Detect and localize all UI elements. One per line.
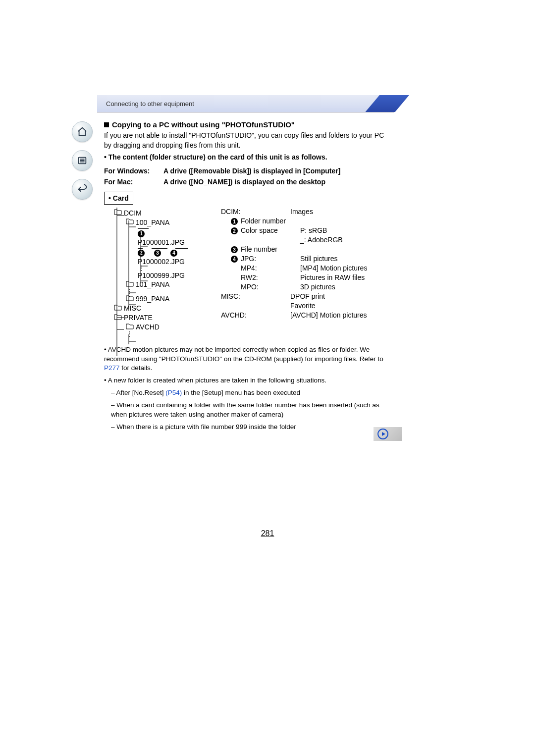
- arrow-right-icon: [377, 429, 388, 439]
- section-title: Copying to a PC without using "PHOTOfunS…: [104, 120, 392, 129]
- callout-4-icon: 4: [170, 250, 177, 257]
- def-row: RW2:Pictures in RAW files: [221, 273, 392, 281]
- callout-2-icon: 2: [231, 227, 238, 234]
- folder-icon: [126, 218, 134, 226]
- folder-tree: DCIM 100_PANA 1 P1000001.JPG 2 3 4 P1000…: [104, 208, 218, 336]
- def-value: P: sRGB: [300, 226, 392, 234]
- folder-diagram: DCIM 100_PANA 1 P1000001.JPG 2 3 4 P1000…: [104, 208, 392, 336]
- tree-101pana: 101_PANA: [126, 280, 218, 289]
- def-label-text: Color space: [241, 226, 278, 234]
- note-2: • A new folder is created when pictures …: [104, 376, 392, 385]
- def-label-text: AVCHD:: [221, 311, 247, 319]
- callout-4-icon: 4: [231, 256, 238, 263]
- def-row: DCIM:Images: [221, 208, 392, 216]
- def-label-text: DCIM:: [221, 208, 241, 216]
- structure-note-text: The content (folder structure) on the ca…: [108, 153, 327, 161]
- def-row: MP4:[MP4] Motion pictures: [221, 264, 392, 272]
- def-label-text: MPO:: [241, 283, 259, 291]
- def-value: [AVCHD] Motion pictures: [290, 311, 392, 319]
- def-label-text: JPG:: [241, 255, 256, 263]
- breadcrumb: Connecting to other equipment: [97, 95, 394, 112]
- callout-3-icon: 3: [231, 246, 238, 253]
- card-label: Card: [113, 194, 129, 202]
- def-value: [300, 245, 392, 253]
- def-label-text: Folder number: [241, 217, 286, 225]
- structure-note: • The content (folder structure) on the …: [104, 153, 392, 161]
- def-row: _: AdobeRGB: [221, 236, 392, 244]
- def-value: Pictures in RAW files: [300, 273, 392, 281]
- tree-file2: P1000002.JPG: [138, 258, 218, 266]
- callout-3-icon: 3: [154, 250, 161, 257]
- callout-2-icon: 2: [138, 250, 145, 257]
- note-2c: – When there is a picture with file numb…: [111, 423, 392, 432]
- def-row: 2Color spaceP: sRGB: [221, 226, 392, 234]
- tree-dcim: DCIM: [114, 209, 218, 217]
- def-row: 1Folder number: [221, 217, 392, 225]
- windows-row: For Windows: A drive ([Removable Disk]) …: [104, 167, 392, 175]
- def-row: MISC:DPOF print: [221, 292, 392, 300]
- tree-private: PRIVATE: [114, 314, 218, 322]
- intro-text: If you are not able to install "PHOTOfun…: [104, 131, 392, 150]
- def-row: MPO:3D pictures: [221, 283, 392, 291]
- link-p54[interactable]: (P54): [165, 389, 182, 396]
- tree-avchd: AVCHD: [126, 323, 218, 331]
- page-number: 281: [0, 529, 535, 538]
- notes: • AVCHD motion pictures may not be impor…: [104, 345, 392, 432]
- def-row: 3File number: [221, 245, 392, 253]
- def-value: Still pictures: [300, 255, 392, 263]
- home-icon[interactable]: [72, 121, 93, 142]
- section-title-text: Copying to a PC without using "PHOTOfunS…: [112, 120, 295, 129]
- list-icon[interactable]: [72, 150, 93, 171]
- folder-icon: [126, 295, 134, 303]
- def-value: DPOF print: [290, 292, 392, 300]
- link-p277[interactable]: P277: [104, 364, 120, 372]
- callout-1-icon: 1: [231, 218, 238, 225]
- tree-100pana: 100_PANA: [126, 218, 218, 226]
- tree-file1: P1000001.JPG: [138, 238, 218, 246]
- next-page-button[interactable]: [374, 427, 402, 441]
- mac-row: For Mac: A drive ([NO_NAME]) is displaye…: [104, 178, 392, 186]
- def-value: _: AdobeRGB: [300, 236, 392, 244]
- folder-icon: [114, 304, 122, 313]
- def-row: 4JPG:Still pictures: [221, 255, 392, 263]
- def-value: [MP4] Motion pictures: [300, 264, 392, 272]
- folder-icon: [114, 209, 122, 217]
- def-label-text: RW2:: [241, 273, 258, 281]
- tree-file999: P1000999.JPG: [138, 271, 218, 279]
- def-value: [300, 217, 392, 225]
- def-label-text: MP4:: [241, 264, 257, 272]
- def-value: Images: [290, 208, 392, 216]
- mac-desc: A drive ([NO_NAME]) is displayed on the …: [163, 178, 392, 186]
- folder-icon: [114, 314, 122, 322]
- back-icon[interactable]: [72, 179, 93, 200]
- def-label-text: File number: [241, 245, 277, 253]
- definitions-list: DCIM:Images1Folder number2Color spaceP: …: [218, 208, 392, 321]
- sidebar: [72, 121, 93, 200]
- def-value: Favorite: [290, 302, 392, 310]
- def-value: 3D pictures: [300, 283, 392, 291]
- tree-misc: MISC: [114, 304, 218, 313]
- tree-999pana: 999_PANA: [126, 295, 218, 303]
- note-2b: – When a card containing a folder with t…: [111, 401, 392, 420]
- note-1: • AVCHD motion pictures may not be impor…: [104, 345, 392, 374]
- def-label-text: MISC:: [221, 292, 240, 300]
- mac-label: For Mac:: [104, 178, 163, 186]
- callout-1-icon: 1: [138, 230, 145, 237]
- breadcrumb-text: Connecting to other equipment: [106, 100, 194, 108]
- def-row: AVCHD:[AVCHD] Motion pictures: [221, 311, 392, 319]
- note-2a: – After [No.Reset] (P54) in the [Setup] …: [111, 388, 392, 398]
- square-bullet-icon: [104, 122, 109, 127]
- windows-desc: A drive ([Removable Disk]) is displayed …: [163, 167, 392, 175]
- def-row: Favorite: [221, 302, 392, 310]
- card-box: • Card: [104, 186, 392, 205]
- windows-label: For Windows:: [104, 167, 163, 175]
